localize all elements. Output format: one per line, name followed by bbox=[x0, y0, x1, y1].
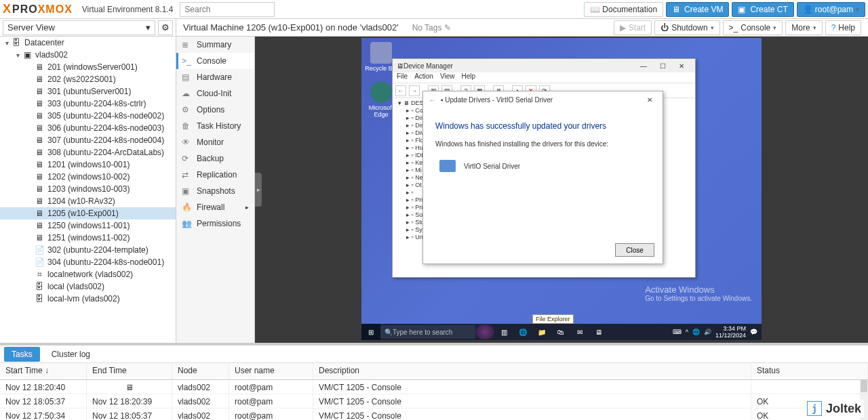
driver-row: VirtIO Serial Driver bbox=[439, 160, 650, 172]
tree-item[interactable]: 🗄local (vlads002) bbox=[0, 280, 176, 293]
taskbar-search[interactable]: 🔍 Type here to search bbox=[380, 325, 475, 339]
tree-item[interactable]: 🖥308 (ubuntu-2204-ArcDataLabs) bbox=[0, 146, 176, 159]
nav-summary[interactable]: ≣Summary bbox=[176, 37, 254, 53]
log-row[interactable]: Nov 12 18:20:40🖥vlads002root@pamVM/CT 12… bbox=[0, 380, 868, 394]
back-icon[interactable]: ← bbox=[395, 85, 406, 96]
breadcrumb: Virtual Machine 1205 (w10-Exp001) on nod… bbox=[183, 22, 399, 33]
network-icon[interactable]: 🌐 bbox=[692, 329, 700, 335]
explorer-taskbar-icon[interactable]: 📁 bbox=[532, 324, 551, 340]
windows-taskbar[interactable]: ⊞ 🔍 Type here to search ▥ 🌐 📁 🛍 ✉ 🖥 ⌨ ^ … bbox=[361, 324, 762, 340]
nav-cloud-init[interactable]: ☁Cloud-Init bbox=[176, 85, 254, 102]
start-button-win[interactable]: ⊞ bbox=[361, 324, 380, 340]
devmgr-menu-item[interactable]: View bbox=[440, 72, 455, 83]
documentation-button[interactable]: 📖Documentation bbox=[584, 2, 663, 17]
collapse-handle[interactable]: ▸ bbox=[255, 173, 262, 207]
resource-tree: ▾🗄Datacenter▾▣vlads002🖥201 (windowsServe… bbox=[0, 37, 176, 343]
nav-monitor[interactable]: 👁Monitor bbox=[176, 134, 254, 150]
tags-editor[interactable]: No Tags✎ bbox=[412, 23, 452, 33]
play-icon: ▶ bbox=[620, 23, 626, 33]
dialog-close-action[interactable]: Close bbox=[615, 243, 654, 257]
edge-taskbar-icon[interactable]: 🌐 bbox=[513, 324, 532, 340]
tree-item[interactable]: 🖥301 (ubuntuServer001) bbox=[0, 85, 176, 98]
col-desc[interactable]: Description bbox=[313, 363, 751, 379]
nav-replication[interactable]: ⇄Replication bbox=[176, 167, 254, 183]
tree-item[interactable]: 🖥1251 (windows11-002) bbox=[0, 232, 176, 244]
tree-item[interactable]: ▾🗄Datacenter bbox=[0, 37, 176, 49]
shutdown-button[interactable]: ⏻Shutdown bbox=[654, 20, 719, 35]
devmgr-menu-item[interactable]: File bbox=[397, 72, 408, 83]
nav-firewall[interactable]: 🔥Firewall▸ bbox=[176, 199, 254, 215]
sub-header: Server View▾ ⚙ Virtual Machine 1205 (w10… bbox=[0, 19, 868, 37]
more-button[interactable]: More bbox=[785, 20, 822, 35]
tree-item[interactable]: 🖥1204 (w10-RAv32) bbox=[0, 195, 176, 207]
col-end[interactable]: End Time bbox=[87, 363, 172, 379]
dialog-header[interactable]: ← ▪ Update Drivers - VirtIO Serial Drive… bbox=[423, 91, 663, 108]
system-tray[interactable]: ⌨ ^ 🌐 🔊 3:34 PM11/12/2024 💬 bbox=[669, 325, 762, 339]
minimize-button[interactable]: — bbox=[634, 60, 653, 72]
tree-item[interactable]: 🖥307 (ubuntu-2204-k8s-node004) bbox=[0, 134, 176, 146]
dialog-close-button[interactable]: ✕ bbox=[642, 96, 657, 104]
nav-options[interactable]: ⚙Options bbox=[176, 102, 254, 118]
tree-item[interactable]: 🖥303 (ubuntu-2204-k8s-ctrlr) bbox=[0, 98, 176, 110]
tree-item[interactable]: 🖥1202 (windows10-002) bbox=[0, 171, 176, 183]
tree-item[interactable]: 📄302 (ubuntu-2204-template) bbox=[0, 244, 176, 256]
file-explorer-tooltip: File Explorer bbox=[532, 314, 574, 324]
store-taskbar-icon[interactable]: 🛍 bbox=[551, 324, 570, 340]
devmgr-taskbar-icon[interactable]: 🖥 bbox=[589, 324, 608, 340]
create-vm-button[interactable]: 🖥Create VM bbox=[666, 2, 729, 17]
forward-icon[interactable]: → bbox=[409, 85, 420, 96]
col-user[interactable]: User name bbox=[229, 363, 313, 379]
tree-item[interactable]: 📄304 (ubuntu-2204-k8s-node001) bbox=[0, 256, 176, 268]
col-status[interactable]: Status bbox=[751, 363, 868, 379]
tab-cluster-log[interactable]: Cluster log bbox=[44, 347, 98, 362]
help-button[interactable]: ?Help bbox=[825, 20, 861, 35]
nav-icon: 👥 bbox=[182, 219, 193, 228]
back-arrow-icon[interactable]: ← bbox=[429, 96, 435, 104]
tree-item[interactable]: 🖥305 (ubuntu-2204-k8s-node002) bbox=[0, 110, 176, 122]
create-ct-button[interactable]: ▣Create CT bbox=[732, 2, 793, 17]
col-start[interactable]: Start Time ↓ bbox=[0, 363, 87, 379]
keyboard-icon[interactable]: ⌨ bbox=[673, 329, 682, 335]
devmgr-titlebar[interactable]: 🖥 Device Manager — ☐ ✕ bbox=[393, 59, 695, 72]
tree-item[interactable]: 🖥1203 (windows10-003) bbox=[0, 183, 176, 195]
start-button[interactable]: ▶Start bbox=[614, 20, 652, 35]
nav-snapshots[interactable]: ▣Snapshots bbox=[176, 183, 254, 199]
log-row[interactable]: Nov 12 18:05:37Nov 12 18:20:39vlads002ro… bbox=[0, 394, 868, 408]
top-header: X PROXMOX Virtual Environment 8.1.4 📖Doc… bbox=[0, 0, 868, 19]
tree-settings-button[interactable]: ⚙ bbox=[158, 20, 173, 35]
proxmox-logo: X PROXMOX bbox=[3, 2, 73, 16]
nav-task-history[interactable]: 🗑Task History bbox=[176, 118, 254, 134]
log-row[interactable]: Nov 12 17:50:34Nov 12 18:05:37vlads002ro… bbox=[0, 408, 868, 420]
close-button[interactable]: ✕ bbox=[672, 60, 691, 72]
nav-hardware[interactable]: ▤Hardware bbox=[176, 69, 254, 85]
col-node[interactable]: Node bbox=[172, 363, 229, 379]
notifications-icon[interactable]: 💬 bbox=[750, 329, 757, 335]
mail-taskbar-icon[interactable]: ✉ bbox=[570, 324, 589, 340]
tree-item[interactable]: ⌗localnetwork (vlads002) bbox=[0, 268, 176, 280]
tree-item[interactable]: 🖥201 (windowsServer001) bbox=[0, 61, 176, 73]
devmgr-menu-item[interactable]: Help bbox=[461, 72, 475, 83]
nav-console[interactable]: >_Console bbox=[176, 53, 254, 69]
tree-item[interactable]: 🖥202 (ws2022S001) bbox=[0, 73, 176, 85]
tree-item[interactable]: 🗄local-lvm (vlads002) bbox=[0, 293, 176, 305]
nav-permissions[interactable]: 👥Permissions bbox=[176, 215, 254, 232]
tab-tasks[interactable]: Tasks bbox=[4, 347, 40, 362]
tree-item[interactable]: 🖥1250 (windows11-001) bbox=[0, 219, 176, 232]
volume-icon[interactable]: 🔊 bbox=[704, 329, 711, 335]
devmgr-menu: FileActionViewHelp bbox=[393, 72, 695, 83]
tree-item[interactable]: ▾▣vlads002 bbox=[0, 49, 176, 61]
tree-item[interactable]: 🖥1205 (w10-Exp001) bbox=[0, 207, 176, 219]
console-button[interactable]: >_Console bbox=[723, 20, 783, 35]
taskview-icon[interactable]: ▥ bbox=[494, 324, 513, 340]
user-menu-button[interactable]: 👤root@pam bbox=[797, 2, 865, 17]
tree-item[interactable]: 🖥1201 (windows10-001) bbox=[0, 159, 176, 171]
maximize-button[interactable]: ☐ bbox=[653, 60, 672, 72]
tray-chevron-icon[interactable]: ^ bbox=[686, 329, 688, 335]
cortana-icon[interactable] bbox=[475, 324, 494, 340]
view-selector[interactable]: Server View▾ bbox=[3, 20, 155, 35]
nav-backup[interactable]: ⟳Backup bbox=[176, 150, 254, 167]
devmgr-menu-item[interactable]: Action bbox=[414, 72, 433, 83]
guest-desktop[interactable]: Recycle Bin Microsoft Edge 🖥 Device Mana… bbox=[361, 38, 762, 340]
global-search-input[interactable] bbox=[180, 2, 275, 17]
tree-item[interactable]: 🖥306 (ubuntu-2204-k8s-node003) bbox=[0, 122, 176, 134]
